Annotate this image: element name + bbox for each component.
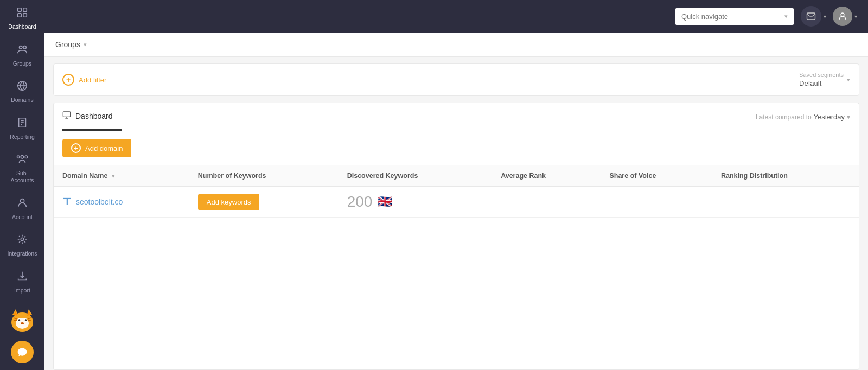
integrations-icon bbox=[16, 233, 28, 248]
add-keywords-button[interactable]: Add keywords bbox=[198, 194, 260, 210]
svg-point-14 bbox=[17, 156, 20, 158]
sidebar-item-sub-accounts[interactable]: Sub- Accounts bbox=[0, 146, 44, 190]
svg-rect-2 bbox=[18, 14, 21, 17]
domains-icon bbox=[16, 80, 28, 94]
content-area: Groups ▾ + Add filter Saved segments Def… bbox=[44, 33, 868, 370]
add-domain-icon: + bbox=[71, 143, 81, 153]
sidebar-item-reporting[interactable]: Reporting bbox=[0, 110, 44, 147]
avatar-icon-group: ▾ bbox=[833, 7, 857, 26]
tab-header: Dashboard Latest compared to Yesterday ▾ bbox=[54, 103, 859, 131]
avatar-chevron[interactable]: ▾ bbox=[854, 14, 857, 20]
monitor-icon bbox=[62, 111, 71, 122]
col-discovered-keywords: Discovered Keywords bbox=[339, 165, 492, 187]
cell-share-of-voice bbox=[601, 187, 712, 218]
cell-domain-name: ⊤ seotoolbelt.co bbox=[54, 187, 189, 218]
sidebar-item-label: Groups bbox=[13, 60, 31, 67]
domains-table: Domain Name ▾ Number of Keywords Discove… bbox=[54, 165, 859, 218]
cell-ranking-distribution bbox=[712, 187, 859, 218]
mail-icon[interactable] bbox=[801, 6, 821, 27]
mail-chevron[interactable]: ▾ bbox=[824, 14, 826, 20]
sidebar-item-dashboard[interactable]: Dashboard bbox=[0, 0, 44, 37]
saved-segments-value: Default bbox=[799, 79, 821, 87]
table-container: + Add domain Domain Name ▾ Number of Key… bbox=[53, 131, 859, 370]
domain-name-text: seotoolbelt.co bbox=[76, 197, 123, 206]
mail-icon-group: ▾ bbox=[801, 6, 826, 27]
col-domain-name: Domain Name ▾ bbox=[54, 165, 189, 187]
table-header-row: Domain Name ▾ Number of Keywords Discove… bbox=[54, 165, 859, 187]
latest-compared-label: Latest compared to bbox=[756, 113, 812, 121]
domain-link[interactable]: ⊤ seotoolbelt.co bbox=[62, 196, 181, 208]
sidebar-item-label: Dashboard bbox=[8, 23, 36, 30]
svg-point-27 bbox=[25, 319, 27, 321]
tiger-mascot bbox=[8, 306, 36, 336]
col-average-rank: Average Rank bbox=[492, 165, 601, 187]
add-filter-label: Add filter bbox=[79, 76, 106, 84]
sidebar-item-label: Import bbox=[14, 287, 30, 294]
svg-rect-3 bbox=[23, 14, 27, 17]
col-share-of-voice: Share of Voice bbox=[601, 165, 712, 187]
quick-navigate-chevron: ▾ bbox=[784, 13, 788, 20]
user-avatar[interactable] bbox=[833, 7, 852, 26]
add-domain-label: Add domain bbox=[85, 144, 123, 152]
filter-bar: + Add filter Saved segments Default ▾ bbox=[53, 63, 859, 96]
svg-point-15 bbox=[20, 199, 24, 202]
sort-icon[interactable]: ▾ bbox=[112, 173, 114, 179]
breadcrumb-bar: Groups ▾ bbox=[44, 33, 868, 57]
tab-area: Dashboard Latest compared to Yesterday ▾ bbox=[53, 103, 859, 131]
cell-num-keywords: Add keywords bbox=[189, 187, 339, 218]
latest-compared-value: Yesterday bbox=[814, 113, 845, 121]
import-icon bbox=[16, 270, 28, 285]
tab-dashboard-label: Dashboard bbox=[75, 112, 113, 120]
flag-icon: 🇬🇧 bbox=[378, 195, 392, 209]
sidebar-item-import[interactable]: Import bbox=[0, 264, 44, 301]
svg-rect-33 bbox=[807, 13, 815, 20]
svg-point-5 bbox=[23, 46, 27, 49]
groups-icon bbox=[16, 43, 28, 58]
svg-point-13 bbox=[25, 156, 28, 158]
sidebar-item-label: Domains bbox=[11, 97, 33, 104]
account-icon bbox=[16, 197, 28, 212]
cell-discovered-keywords: 200 🇬🇧 bbox=[339, 187, 492, 218]
svg-rect-35 bbox=[63, 112, 70, 117]
sidebar-item-account[interactable]: Account bbox=[0, 190, 44, 227]
breadcrumb-chevron[interactable]: ▾ bbox=[84, 41, 87, 48]
svg-point-34 bbox=[841, 13, 844, 16]
add-domain-button[interactable]: + Add domain bbox=[62, 139, 131, 157]
sub-accounts-icon bbox=[16, 153, 28, 168]
sidebar-item-label: Account bbox=[12, 214, 33, 221]
quick-navigate-wrapper[interactable]: ▾ bbox=[675, 8, 794, 25]
svg-line-30 bbox=[14, 320, 17, 321]
saved-segments: Saved segments Default ▾ bbox=[799, 72, 850, 88]
table-toolbar: + Add domain bbox=[54, 131, 859, 165]
svg-point-28 bbox=[21, 322, 24, 324]
discovered-cell: 200 🇬🇧 bbox=[347, 193, 483, 210]
sidebar-item-label: Sub- Accounts bbox=[10, 170, 34, 183]
sidebar-item-label: Reporting bbox=[10, 133, 35, 141]
saved-segments-info: Saved segments Default bbox=[799, 72, 844, 88]
quick-navigate-input[interactable] bbox=[681, 12, 774, 21]
breadcrumb-label: Groups bbox=[55, 40, 80, 49]
domain-type-icon: ⊤ bbox=[62, 196, 72, 208]
svg-line-32 bbox=[28, 320, 31, 321]
svg-rect-1 bbox=[23, 8, 27, 11]
chat-button[interactable] bbox=[11, 341, 34, 363]
sidebar: Dashboard Groups Domains bbox=[0, 0, 44, 370]
saved-segments-chevron[interactable]: ▾ bbox=[847, 76, 850, 84]
dashboard-icon bbox=[16, 7, 28, 21]
tab-dashboard[interactable]: Dashboard bbox=[62, 103, 122, 131]
sidebar-item-integrations[interactable]: Integrations bbox=[0, 227, 44, 264]
svg-point-16 bbox=[21, 238, 24, 241]
sidebar-bottom bbox=[0, 306, 44, 370]
svg-point-12 bbox=[21, 156, 24, 159]
sidebar-item-domains[interactable]: Domains bbox=[0, 73, 44, 110]
saved-segments-label: Saved segments bbox=[799, 72, 844, 78]
svg-rect-0 bbox=[18, 8, 21, 11]
add-filter-icon: + bbox=[62, 74, 74, 86]
sidebar-item-groups[interactable]: Groups bbox=[0, 37, 44, 74]
latest-compared-chevron[interactable]: ▾ bbox=[847, 113, 850, 121]
table-row: ⊤ seotoolbelt.co Add keywords 200 bbox=[54, 187, 859, 218]
add-filter-button[interactable]: + Add filter bbox=[62, 74, 106, 86]
main-content: ▾ ▾ ▾ Groups ▾ bbox=[44, 0, 868, 370]
topbar: ▾ ▾ ▾ bbox=[44, 0, 868, 33]
reporting-icon bbox=[16, 117, 28, 131]
